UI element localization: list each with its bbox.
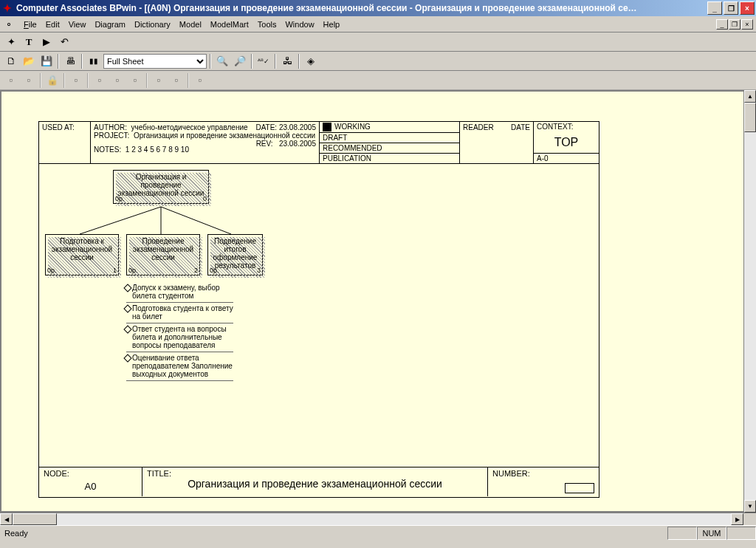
scroll-left-icon[interactable]: ◀ (0, 513, 13, 525)
header-author-block: AUTHOR: учебно-методическое управлениеDA… (91, 122, 320, 163)
minimize-button[interactable]: _ (707, 1, 722, 15)
scroll-thumb-h[interactable] (13, 513, 57, 525)
undo-tool[interactable]: ↶ (56, 34, 72, 50)
header-reader: READERDATE (460, 122, 534, 163)
diagram-area[interactable]: Организация и проведение экзаменационной… (39, 164, 599, 467)
mm-btn-8: ▫ (151, 72, 167, 89)
diagram-canvas[interactable]: USED AT: AUTHOR: учебно-методическое упр… (1, 92, 743, 511)
node-1[interactable]: Подготовка к экзаменационной сессии 0p.1 (45, 234, 119, 275)
svg-line-0 (80, 207, 161, 234)
spellcheck-button[interactable]: ᴬᴮ✓ (255, 53, 272, 69)
close-button[interactable]: × (740, 1, 755, 15)
status-scrl (726, 527, 756, 540)
window-titlebar: ✦ Computer Associates BPwin - [(A0N) Орг… (0, 0, 756, 16)
app-icon: ✦ (1, 2, 13, 14)
header-used-at: USED AT: (39, 122, 91, 163)
statusbar: Ready NUM (0, 525, 756, 540)
status-ready: Ready (0, 527, 44, 540)
menubar: ⚬ File Edit View Diagram Dictionary Mode… (0, 16, 756, 32)
open-button[interactable]: 📂 (21, 53, 37, 69)
mdi-minimize-button[interactable]: _ (716, 19, 728, 30)
header-context: CONTEXT: TOP A-0 (534, 122, 599, 163)
header-status-block: WORKING DRAFT RECOMMENDED PUBLICATION (320, 122, 460, 163)
report-button[interactable]: ◈ (303, 53, 319, 69)
toolbar-modelmart: ▫ ▫ 🔒 ▫ ▫ ▫ ▫ ▫ ▫ ▫ (0, 71, 756, 90)
scroll-up-icon[interactable]: ▲ (744, 90, 756, 103)
mm-btn-5: ▫ (92, 72, 108, 89)
pointer-tool[interactable]: ✦ (3, 34, 19, 50)
play-tool[interactable]: ▶ (38, 34, 55, 50)
menu-file[interactable]: File (19, 18, 41, 30)
window-title: Computer Associates BPwin - [(A0N) Орган… (16, 3, 707, 13)
text-tool[interactable]: T (21, 34, 37, 50)
tree-button[interactable]: 🖧 (279, 53, 295, 69)
zoom-in-button[interactable]: 🔍 (214, 53, 230, 69)
toolbar-main: 🗋 📂 💾 🖶 ▮▮ Full Sheet 🔍 🔎 ᴬᴮ✓ 🖧 ◈ (0, 52, 756, 71)
mdi-close-button[interactable]: × (741, 19, 753, 30)
menu-tools[interactable]: Tools (253, 18, 281, 30)
node-2[interactable]: Проведение экзаменационной сессии 0p.2 (126, 234, 200, 275)
menu-window[interactable]: Window (281, 18, 318, 30)
mm-btn-3: 🔒 (44, 72, 61, 89)
print-button[interactable]: 🖶 (62, 53, 78, 69)
toolbar-tools: ✦ T ▶ ↶ (0, 32, 756, 52)
mm-btn-10: ▫ (192, 72, 208, 89)
connector-lines (39, 164, 599, 467)
menu-view[interactable]: View (64, 18, 91, 30)
scroll-down-icon[interactable]: ▼ (744, 500, 756, 513)
mm-btn-7: ▫ (127, 72, 143, 89)
sheet-footer: NODE:A0 TITLE:Организация и проведение э… (39, 467, 599, 496)
document-icon: ⚬ (3, 18, 15, 30)
maximize-button[interactable]: ❐ (724, 1, 738, 15)
node-3[interactable]: Подведение итогов оформление результатов… (207, 234, 263, 275)
model-explorer-button[interactable]: ▮▮ (86, 53, 102, 69)
status-cap (667, 527, 697, 540)
menu-help[interactable]: Help (319, 18, 345, 30)
svg-line-2 (161, 207, 231, 234)
mm-btn-2: ▫ (21, 72, 37, 89)
menu-edit[interactable]: Edit (41, 18, 64, 30)
zoom-out-button[interactable]: 🔎 (232, 53, 248, 69)
menu-dictionary[interactable]: Dictionary (130, 18, 175, 30)
node-root[interactable]: Организация и проведение экзаменационной… (113, 170, 209, 204)
menu-modelmart[interactable]: ModelMart (206, 18, 253, 30)
scroll-right-icon[interactable]: ▶ (731, 513, 743, 525)
workspace: USED AT: AUTHOR: учебно-методическое упр… (0, 90, 756, 513)
vertical-scrollbar[interactable]: ▲ ▼ (743, 90, 756, 513)
mm-btn-9: ▫ (168, 72, 185, 89)
mdi-restore-button[interactable]: ❐ (729, 19, 740, 30)
menu-diagram[interactable]: Diagram (90, 18, 130, 30)
mm-btn-6: ▫ (109, 72, 126, 89)
scroll-thumb[interactable] (744, 103, 756, 132)
save-button[interactable]: 💾 (38, 53, 55, 69)
mm-btn-1: ▫ (3, 72, 19, 89)
new-button[interactable]: 🗋 (3, 53, 19, 69)
zoom-select[interactable]: Full Sheet (103, 54, 207, 69)
status-num: NUM (697, 527, 726, 540)
horizontal-scrollbar[interactable]: ◀ ▶ (0, 513, 756, 525)
menu-model[interactable]: Model (175, 18, 206, 30)
idef-sheet: USED AT: AUTHOR: учебно-методическое упр… (38, 121, 599, 498)
mm-btn-4: ▫ (68, 72, 84, 89)
